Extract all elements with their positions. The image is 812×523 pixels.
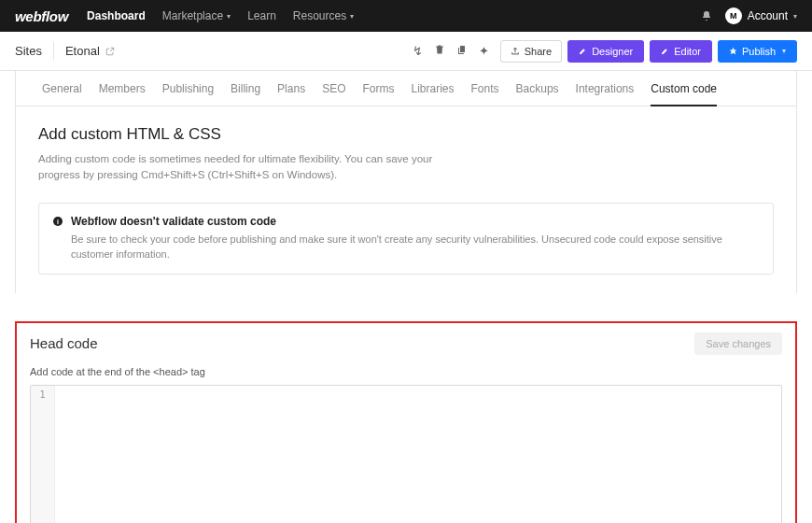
head-code-title: Head code: [30, 335, 98, 351]
code-editor[interactable]: 1: [30, 385, 782, 524]
chevron-down-icon: ▾: [350, 12, 354, 21]
site-name-label: Etonal: [65, 44, 100, 58]
share-button[interactable]: Share: [500, 40, 562, 63]
share-label: Share: [525, 46, 552, 57]
trash-icon[interactable]: [434, 44, 445, 58]
divider: [53, 42, 54, 61]
copy-icon[interactable]: [456, 44, 468, 58]
save-changes-button[interactable]: Save changes: [694, 332, 782, 355]
site-name[interactable]: Etonal: [65, 44, 115, 58]
audit-icon[interactable]: ↯: [413, 44, 423, 58]
code-input[interactable]: [55, 386, 781, 524]
pencil-icon: [579, 47, 587, 55]
line-gutter: 1: [31, 386, 55, 524]
bell-icon[interactable]: [701, 10, 712, 21]
editor-label: Editor: [674, 46, 701, 57]
tab-libraries[interactable]: Libraries: [411, 82, 454, 106]
alert-box: i Webflow doesn't validate custom code B…: [38, 203, 774, 275]
page-title: Add custom HTML & CSS: [38, 125, 774, 144]
editor-button[interactable]: Editor: [650, 40, 712, 63]
tab-general[interactable]: General: [42, 82, 82, 106]
tab-publishing[interactable]: Publishing: [162, 82, 214, 106]
nav-dashboard[interactable]: Dashboard: [87, 9, 146, 22]
account-label: Account: [748, 9, 788, 22]
alert-title: Webflow doesn't validate custom code: [71, 215, 276, 228]
nav-resources-label: Resources: [293, 9, 346, 22]
sparkle-icon[interactable]: ✦: [479, 44, 489, 58]
designer-button[interactable]: Designer: [567, 40, 644, 63]
external-link-icon: [105, 47, 115, 56]
account-menu[interactable]: M Account ▾: [725, 7, 797, 24]
tab-integrations[interactable]: Integrations: [576, 82, 635, 106]
share-icon: [511, 47, 520, 56]
alert-body: Be sure to check your code before publis…: [52, 232, 760, 262]
head-code-label: Add code at the end of the <head> tag: [30, 366, 782, 377]
sites-link[interactable]: Sites: [15, 44, 42, 58]
nav-marketplace[interactable]: Marketplace▾: [162, 9, 231, 22]
avatar: M: [725, 7, 742, 24]
designer-label: Designer: [592, 46, 633, 57]
svg-text:i: i: [57, 218, 59, 224]
rocket-icon: [729, 47, 737, 55]
tab-backups[interactable]: Backups: [516, 82, 559, 106]
tab-members[interactable]: Members: [99, 82, 146, 106]
page-description: Adding custom code is sometimes needed f…: [38, 151, 449, 184]
pencil-icon: [661, 47, 669, 55]
chevron-down-icon: ▾: [782, 47, 786, 55]
nav-learn[interactable]: Learn: [247, 9, 276, 22]
publish-button[interactable]: Publish ▾: [718, 40, 797, 63]
tab-plans[interactable]: Plans: [277, 82, 305, 106]
tab-custom-code[interactable]: Custom code: [651, 82, 717, 106]
settings-tabs: GeneralMembersPublishingBillingPlansSEOF…: [16, 71, 796, 106]
tab-forms[interactable]: Forms: [362, 82, 394, 106]
tab-billing[interactable]: Billing: [231, 82, 260, 106]
info-icon: i: [52, 216, 63, 227]
publish-label: Publish: [742, 46, 776, 57]
tab-fonts[interactable]: Fonts: [471, 82, 499, 106]
nav-resources[interactable]: Resources▾: [293, 9, 354, 22]
chevron-down-icon: ▾: [793, 12, 797, 21]
head-code-section: Head code Save changes Add code at the e…: [15, 321, 797, 524]
tab-seo[interactable]: SEO: [322, 82, 345, 106]
nav-marketplace-label: Marketplace: [162, 9, 223, 22]
chevron-down-icon: ▾: [227, 12, 231, 21]
brand-logo[interactable]: webflow: [15, 8, 68, 24]
